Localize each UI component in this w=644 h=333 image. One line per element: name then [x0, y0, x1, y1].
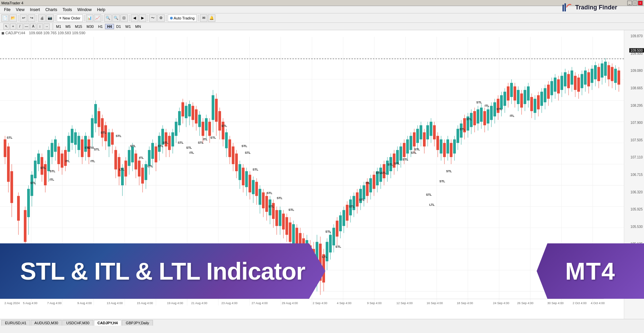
svg-rect-240 — [356, 192, 359, 206]
maximize-button[interactable]: □ — [633, 1, 637, 5]
svg-rect-158 — [218, 111, 221, 131]
tab-cadjpy-h4[interactable]: CADJPY,H4 — [94, 320, 122, 326]
tf-m1[interactable]: M1 — [54, 24, 63, 29]
tab-audusd-m30[interactable]: AUDUSD,M30 — [31, 320, 62, 326]
banner-overlay: STL & ITL & LTL Indicator MT4 — [0, 232, 644, 299]
svg-rect-134 — [178, 111, 181, 125]
menu-file[interactable]: File — [1, 7, 13, 13]
menu-tools[interactable]: Tools — [60, 7, 75, 13]
fit-button[interactable]: ⊡ — [120, 14, 128, 22]
svg-rect-104 — [128, 150, 130, 166]
tf-m30[interactable]: M30 — [85, 24, 96, 29]
undo-button[interactable]: ↩ — [20, 14, 27, 22]
svg-rect-368 — [571, 70, 573, 85]
screenshot-button[interactable]: 📷 — [46, 14, 54, 22]
banner-right: MT4 — [537, 243, 644, 299]
email-button[interactable]: ✉ — [200, 14, 207, 22]
svg-rect-282 — [426, 125, 429, 139]
svg-rect-112 — [141, 168, 144, 183]
expand-tool[interactable]: ↕ — [37, 23, 43, 30]
separator-8 — [166, 15, 166, 21]
svg-rect-330 — [507, 86, 509, 100]
tf-h4[interactable]: H4 — [105, 24, 114, 29]
svg-rect-290 — [440, 139, 442, 153]
price-107900: 107.900 — [631, 121, 643, 125]
auto-trading-button[interactable]: Auto Trading — [168, 14, 197, 22]
menu-window[interactable]: Window — [75, 7, 95, 13]
zoom-out-button[interactable]: 🔍 — [112, 14, 120, 22]
svg-rect-66 — [64, 150, 67, 166]
svg-rect-184 — [262, 192, 265, 208]
cursor-tool[interactable]: ↖ — [3, 23, 9, 30]
tf-mn[interactable]: MN — [133, 24, 143, 29]
date-axis: 2 Aug 2024 5 Aug 4:00 7 Aug 4:00 9 Aug 4… — [0, 299, 604, 305]
date-aug2: 2 Aug 2024 — [4, 301, 20, 305]
svg-rect-40 — [17, 196, 20, 221]
new-file-button[interactable]: 📄 — [1, 14, 9, 22]
line-tool[interactable]: / — [17, 23, 23, 30]
hline-tool[interactable]: — — [23, 23, 30, 30]
date-sep24: 24 Sep 4:00 — [493, 301, 509, 305]
tf-w1[interactable]: W1 — [123, 24, 133, 29]
svg-rect-1 — [565, 3, 566, 11]
separator-4 — [84, 15, 85, 21]
print-button[interactable]: 🖨 — [38, 14, 46, 22]
zoom-in-button[interactable]: 🔍 — [104, 14, 112, 22]
svg-rect-328 — [503, 92, 506, 106]
menu-charts[interactable]: Charts — [43, 7, 60, 13]
crosshair-tool[interactable]: + — [10, 23, 16, 30]
close-button[interactable]: × — [638, 1, 643, 5]
chart-bar-button[interactable]: 📊 — [86, 14, 93, 22]
date-aug21: 21 Aug 4:00 — [191, 301, 207, 305]
svg-rect-266 — [399, 146, 402, 160]
minimize-button[interactable]: _ — [627, 1, 632, 5]
svg-rect-48 — [34, 160, 37, 178]
svg-rect-140 — [188, 104, 191, 116]
date-aug5: 5 Aug 4:00 — [23, 301, 37, 305]
svg-rect-70 — [71, 129, 73, 143]
menu-view[interactable]: View — [13, 7, 27, 13]
svg-rect-312 — [477, 109, 479, 124]
title-text: MetaTrader 4 — [1, 1, 23, 5]
svg-rect-366 — [567, 74, 570, 88]
indicators-button[interactable]: 〜 — [149, 14, 157, 22]
svg-rect-292 — [443, 143, 446, 157]
svg-rect-170 — [238, 164, 241, 180]
tf-h1[interactable]: H1 — [96, 24, 105, 29]
settings-button[interactable]: ⚙ — [157, 14, 165, 22]
tf-m5[interactable]: M5 — [63, 24, 72, 29]
tab-eurusd-h1[interactable]: EURUSD,H1 — [1, 320, 30, 326]
svg-rect-294 — [446, 139, 449, 153]
svg-rect-392 — [611, 67, 613, 81]
chart-candle-button[interactable]: 📈 — [94, 14, 101, 22]
tf-d1[interactable]: D1 — [114, 24, 123, 29]
tf-m15[interactable]: M15 — [73, 24, 84, 29]
date-sep18: 18 Sep 4:00 — [457, 301, 473, 305]
redo-button[interactable]: ↪ — [28, 14, 35, 22]
scroll-right-button[interactable]: ▶ — [139, 14, 146, 22]
svg-rect-0 — [562, 5, 564, 11]
svg-rect-326 — [500, 95, 503, 109]
tab-gbpjpy-daily[interactable]: GBPJPY,Daily — [122, 320, 153, 326]
open-button[interactable]: 📂 — [9, 14, 17, 22]
arrow-tool[interactable]: → — [44, 23, 50, 30]
new-order-label: New Order — [63, 16, 80, 20]
price-105925: 105.925 — [631, 207, 643, 211]
menu-insert[interactable]: Insert — [27, 7, 43, 13]
text-tool[interactable]: A — [30, 23, 36, 30]
new-order-button[interactable]: + New Order — [57, 14, 83, 22]
scroll-left-button[interactable]: ◀ — [131, 14, 138, 22]
svg-rect-252 — [376, 171, 379, 185]
alerts-button[interactable]: 🔔 — [208, 14, 215, 22]
svg-rect-72 — [74, 132, 77, 145]
menu-help[interactable]: Help — [94, 7, 108, 13]
tab-usdchf-m30[interactable]: USDCHF,M30 — [62, 320, 93, 326]
svg-rect-176 — [249, 175, 251, 193]
svg-rect-364 — [564, 72, 567, 86]
svg-rect-164 — [228, 139, 231, 157]
svg-rect-296 — [450, 143, 452, 157]
svg-rect-162 — [225, 132, 228, 148]
svg-rect-108 — [135, 153, 137, 169]
svg-rect-388 — [604, 62, 607, 76]
chart-header: ◼ CADJPY,H4 109.668 109.765 109.583 109.… — [1, 31, 85, 35]
